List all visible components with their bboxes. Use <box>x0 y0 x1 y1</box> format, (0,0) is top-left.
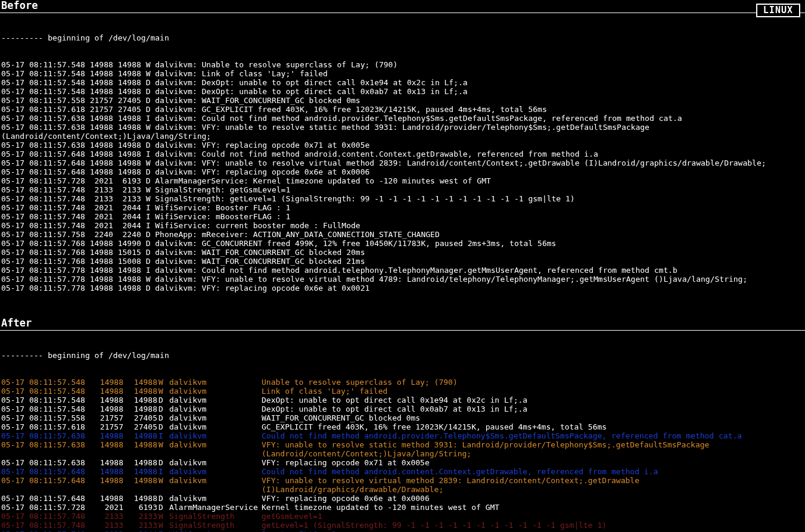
log-col-ts: 05-17 08:11:57.638 <box>1 440 91 458</box>
log-line: 05-17 08:11:57.758 2240 2240 D PhoneApp:… <box>1 230 805 239</box>
log-row: 05-17 08:11:57.6381498814988WdalvikvmVFY… <box>1 440 805 458</box>
log-row: 05-17 08:11:57.5481498814988DdalvikvmDex… <box>1 405 805 413</box>
log-col-pid: 2021 <box>91 503 125 512</box>
log-col-pid: 14988 <box>91 440 125 458</box>
before-logcat: --------- beginning of /dev/log/main 05-… <box>0 15 805 310</box>
log-col-tag: AlarmManagerService <box>169 503 262 512</box>
log-col-pid: 14988 <box>91 387 125 396</box>
log-col-ts: 05-17 08:11:57.638 <box>1 458 91 467</box>
log-col-msg: VFY: replacing opcode 0x71 at 0x005e <box>262 458 805 467</box>
log-line: 05-17 08:11:57.768 14988 15008 D dalvikv… <box>1 257 805 266</box>
log-row: 05-17 08:11:57.74820212044IWifiServiceBo… <box>1 530 805 532</box>
log-row: 05-17 08:11:57.5481498814988WdalvikvmLin… <box>1 387 805 396</box>
log-col-tid: 2133 <box>125 521 158 530</box>
log-col-tag: dalvikvm <box>169 467 262 476</box>
log-col-pid: 21757 <box>91 422 125 431</box>
log-col-ts: 05-17 08:11:57.548 <box>1 378 91 387</box>
log-col-ts: 05-17 08:11:57.558 <box>1 413 91 422</box>
before-header: Before <box>0 0 805 13</box>
log-line: 05-17 08:11:57.638 14988 14988 D dalvikv… <box>1 141 805 150</box>
log-col-tag: dalvikvm <box>169 387 262 396</box>
log-col-ts: 05-17 08:11:57.748 <box>1 530 91 532</box>
log-line: 05-17 08:11:57.648 14988 14988 D dalvikv… <box>1 167 805 176</box>
after-section: After --------- beginning of /dev/log/ma… <box>0 318 805 532</box>
log-row: 05-17 08:11:57.5481498814988WdalvikvmUna… <box>1 378 805 387</box>
log-col-pid: 14988 <box>91 396 125 405</box>
after-header: After <box>0 318 805 331</box>
log-col-msg: getGsmLevel=1 <box>262 512 805 521</box>
log-col-tag: SignalStrength <box>169 512 262 521</box>
log-line: 05-17 08:11:57.748 2021 2044 I WifiServi… <box>1 203 805 212</box>
log-line: 05-17 08:11:57.748 2021 2044 I WifiServi… <box>1 221 805 230</box>
log-line: 05-17 08:11:57.748 2021 2044 I WifiServi… <box>1 212 805 221</box>
log-col-tid: 14988 <box>125 431 158 440</box>
log-col-ts: 05-17 08:11:57.548 <box>1 387 91 396</box>
log-col-ts: 05-17 08:11:57.728 <box>1 503 91 512</box>
log-col-tid: 2133 <box>125 512 158 521</box>
log-col-msg: Link of class 'Lay;' failed <box>262 387 805 396</box>
log-col-lvl: W <box>158 378 169 387</box>
log-line: 05-17 08:11:57.548 14988 14988 W dalvikv… <box>1 60 805 69</box>
log-row: 05-17 08:11:57.6381498814988IdalvikvmCou… <box>1 431 805 440</box>
log-col-tag: dalvikvm <box>169 413 262 422</box>
log-line: 05-17 08:11:57.638 14988 14988 I dalvikv… <box>1 114 805 123</box>
log-col-msg: Unable to resolve superclass of Lay; (79… <box>262 378 805 387</box>
log-row: 05-17 08:11:57.6381498814988DdalvikvmVFY… <box>1 458 805 467</box>
log-col-pid: 14988 <box>91 378 125 387</box>
log-col-tid: 14988 <box>125 440 158 458</box>
log-col-lvl: D <box>158 503 169 512</box>
log-row: 05-17 08:11:57.72820216193DAlarmManagerS… <box>1 503 805 512</box>
log-row: 05-17 08:11:57.6481498814988IdalvikvmCou… <box>1 467 805 476</box>
log-line: 05-17 08:11:57.548 14988 14988 D dalvikv… <box>1 87 805 96</box>
log-col-tid: 27405 <box>125 413 158 422</box>
log-line: 05-17 08:11:57.728 2021 6193 D AlarmMana… <box>1 176 805 185</box>
log-col-tag: dalvikvm <box>169 378 262 387</box>
log-col-tid: 14988 <box>125 378 158 387</box>
log-col-lvl: W <box>158 476 169 494</box>
log-col-tag: dalvikvm <box>169 458 262 467</box>
log-col-tag: dalvikvm <box>169 396 262 405</box>
log-col-tid: 14988 <box>125 405 158 413</box>
log-col-lvl: I <box>158 530 169 532</box>
log-row: 05-17 08:11:57.6481498814988DdalvikvmVFY… <box>1 494 805 503</box>
log-col-lvl: W <box>158 512 169 521</box>
log-col-lvl: D <box>158 413 169 422</box>
log-col-lvl: W <box>158 387 169 396</box>
log-col-lvl: I <box>158 431 169 440</box>
log-line: --------- beginning of /dev/log/main <box>1 33 805 42</box>
log-col-tid: 27405 <box>125 422 158 431</box>
log-line: 05-17 08:11:57.748 2133 2133 W SignalStr… <box>1 194 805 203</box>
log-col-tid: 14988 <box>125 458 158 467</box>
log-line: 05-17 08:11:57.748 2133 2133 W SignalStr… <box>1 185 805 194</box>
log-row: 05-17 08:11:57.5481498814988DdalvikvmDex… <box>1 396 805 405</box>
log-line: 05-17 08:11:57.548 14988 14988 W dalvikv… <box>1 69 805 78</box>
log-line: 05-17 08:11:57.778 14988 14988 W dalvikv… <box>1 275 805 284</box>
log-col-lvl: D <box>158 458 169 467</box>
log-col-tid: 14988 <box>125 476 158 494</box>
log-col-pid: 2133 <box>91 521 125 530</box>
log-col-tag: dalvikvm <box>169 422 262 431</box>
log-col-lvl: D <box>158 405 169 413</box>
log-col-ts: 05-17 08:11:57.548 <box>1 405 91 413</box>
log-col-tag: dalvikvm <box>169 440 262 458</box>
log-col-tag: dalvikvm <box>169 405 262 413</box>
log-col-tid: 14988 <box>125 494 158 503</box>
log-col-ts: 05-17 08:11:57.648 <box>1 494 91 503</box>
log-col-ts: 05-17 08:11:57.748 <box>1 512 91 521</box>
log-col-tag: dalvikvm <box>169 476 262 494</box>
log-line: 05-17 08:11:57.638 14988 14988 W dalvikv… <box>1 123 805 141</box>
log-col-msg: DexOpt: unable to opt direct call 0x1e94… <box>262 396 805 405</box>
log-line: 05-17 08:11:57.768 14988 15015 D dalvikv… <box>1 248 805 257</box>
log-col-msg: WAIT_FOR_CONCURRENT_GC blocked 0ms <box>262 413 805 422</box>
log-row: 05-17 08:11:57.74821332133WSignalStrengt… <box>1 512 805 521</box>
log-row: 05-17 08:11:57.6481498814988WdalvikvmVFY… <box>1 476 805 494</box>
log-col-pid: 2021 <box>91 530 125 532</box>
log-line: 05-17 08:11:57.548 14988 14988 D dalvikv… <box>1 78 805 87</box>
log-col-msg: GC_EXPLICIT freed 403K, 16% free 12023K/… <box>262 422 805 431</box>
log-col-ts: 05-17 08:11:57.548 <box>1 396 91 405</box>
log-col-tid: 14988 <box>125 396 158 405</box>
log-col-ts: 05-17 08:11:57.648 <box>1 476 91 494</box>
log-col-msg: VFY: unable to resolve virtual method 28… <box>262 476 805 494</box>
log-col-tid: 2044 <box>125 530 158 532</box>
log-col-ts: 05-17 08:11:57.618 <box>1 422 91 431</box>
